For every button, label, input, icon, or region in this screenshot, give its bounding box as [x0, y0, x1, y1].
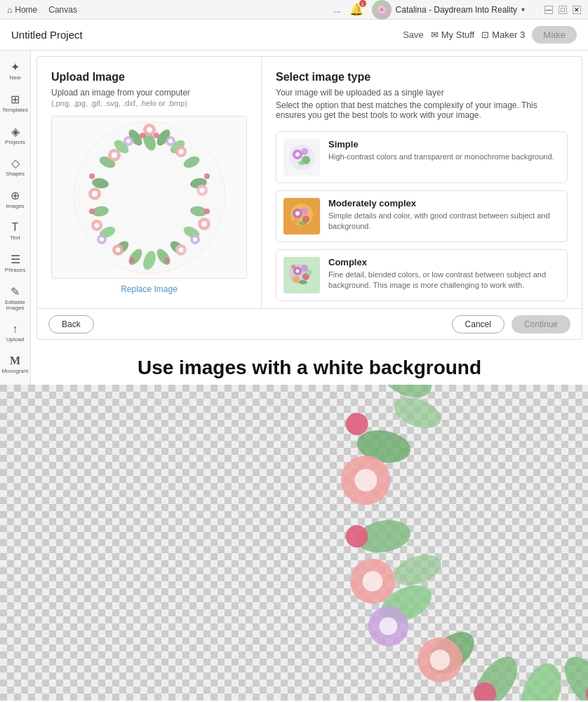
- svg-point-51: [129, 258, 135, 263]
- svg-point-76: [306, 270, 312, 275]
- window-maximize-button[interactable]: □: [559, 6, 567, 14]
- sidebar-item-text[interactable]: T Text: [1, 217, 29, 246]
- floral-wreath-image: [72, 120, 227, 274]
- svg-point-20: [112, 152, 117, 158]
- canvas-floral-svg: [0, 385, 588, 701]
- sidebar-item-new-label: New: [9, 75, 20, 81]
- home-label: Home: [15, 5, 37, 15]
- tip-text: Use images with a white background: [138, 357, 481, 378]
- sidebar: ✦ New ⊞ Templates ◈ Projects ◇ Shapes ⊕ …: [0, 51, 31, 385]
- upload-icon: ↑: [13, 323, 18, 336]
- notification-badge: 1: [359, 0, 366, 7]
- sidebar-item-images[interactable]: ⊕ Images: [1, 185, 29, 214]
- templates-icon: ⊞: [11, 93, 20, 106]
- sidebar-item-phrases[interactable]: ☰ Phrases: [1, 249, 29, 278]
- svg-point-54: [289, 145, 314, 170]
- svg-point-75: [299, 280, 307, 284]
- title-bar: Untitled Project Save ✉ My Stuff ⊡ Maker…: [0, 20, 588, 51]
- home-nav[interactable]: ⌂ Home: [7, 5, 37, 15]
- text-icon: T: [12, 221, 19, 234]
- option-thumb-moderate: [283, 198, 320, 234]
- svg-point-105: [363, 571, 383, 592]
- my-stuff-button[interactable]: ✉ My Stuff: [431, 29, 474, 40]
- window-minimize-button[interactable]: —: [544, 6, 553, 14]
- modal-panel: Upload Image Upload an image from your c…: [36, 56, 582, 340]
- svg-point-38: [126, 139, 131, 143]
- svg-point-63: [295, 211, 300, 216]
- svg-point-45: [140, 133, 145, 138]
- svg-point-64: [301, 207, 308, 214]
- svg-point-56: [295, 152, 300, 157]
- sidebar-item-images-label: Images: [6, 204, 24, 210]
- svg-point-47: [89, 173, 95, 179]
- sidebar-item-projects[interactable]: ◈ Projects: [1, 121, 29, 150]
- image-type-option-complex[interactable]: Complex Fine detail, blended colors, or …: [276, 249, 568, 301]
- image-type-option-simple[interactable]: Simple High-contrast colors and transpar…: [276, 131, 568, 183]
- upload-subtitle: Upload an image from your computer: [51, 88, 247, 98]
- editable-images-icon: ✎: [11, 285, 20, 298]
- upload-formats: (.png, .jpg, .gif, .svg, .dxf, .helo or …: [51, 99, 247, 107]
- modal-body: Upload Image Upload an image from your c…: [37, 57, 582, 308]
- option-name-complex: Complex: [328, 257, 560, 267]
- modal-footer: Back Cancel Continue: [37, 308, 582, 339]
- select-image-type-desc2: Select the option that best matches the …: [276, 100, 568, 120]
- option-name-simple: Simple: [328, 139, 554, 150]
- sidebar-item-shapes-label: Shapes: [6, 171, 25, 178]
- sidebar-item-templates[interactable]: ⊞ Templates: [1, 88, 29, 118]
- notification-bell[interactable]: 🔔 1: [349, 3, 363, 16]
- cancel-button[interactable]: Cancel: [452, 315, 505, 333]
- user-avatar[interactable]: 🌸: [372, 0, 392, 20]
- upload-title: Upload Image: [51, 71, 247, 84]
- avatar-icon: 🌸: [377, 5, 387, 14]
- svg-point-124: [346, 413, 368, 435]
- sidebar-item-monogram[interactable]: M Monogram: [1, 350, 29, 379]
- image-type-option-moderate[interactable]: Moderately complex Simple details and co…: [276, 190, 568, 242]
- monogram-icon: M: [10, 355, 20, 367]
- svg-point-44: [100, 237, 104, 241]
- svg-point-42: [193, 237, 197, 241]
- svg-point-94: [556, 649, 588, 701]
- sidebar-item-editable-images[interactable]: ✎ Editable Images: [1, 281, 29, 317]
- option-content-simple: Simple High-contrast colors and transpar…: [328, 139, 554, 162]
- sidebar-item-monogram-label: Monogram: [1, 369, 28, 375]
- svg-point-50: [204, 208, 210, 214]
- my-stuff-label: My Stuff: [441, 29, 474, 40]
- back-button[interactable]: Back: [48, 315, 94, 333]
- option-content-moderate: Moderately complex Simple details and co…: [328, 198, 560, 232]
- window-close-button[interactable]: ✕: [573, 6, 581, 14]
- main-layout: ✦ New ⊞ Templates ◈ Projects ◇ Shapes ⊕ …: [0, 51, 588, 385]
- svg-point-101: [354, 469, 377, 491]
- svg-point-130: [389, 392, 445, 434]
- sidebar-item-upload[interactable]: ↑ Upload: [1, 319, 29, 347]
- continue-button: Continue: [512, 315, 570, 333]
- canvas-nav[interactable]: Canvas: [48, 5, 77, 15]
- option-desc-complex: Fine detail, blended colors, or low cont…: [328, 270, 560, 291]
- tip-area: Use images with a white background: [31, 345, 588, 385]
- svg-point-52: [164, 258, 170, 263]
- sidebar-item-upload-label: Upload: [6, 337, 24, 343]
- image-preview-box: [51, 116, 247, 279]
- svg-point-24: [92, 191, 98, 197]
- sidebar-item-templates-label: Templates: [2, 107, 27, 114]
- option-desc-moderate: Simple details and color, with good cont…: [328, 211, 560, 232]
- maker-button[interactable]: ⊡ Maker 3: [481, 29, 525, 40]
- projects-icon: ◈: [11, 125, 20, 138]
- user-name[interactable]: Catalina - Daydream Into Reality: [396, 5, 517, 15]
- replace-image-link[interactable]: Replace Image: [51, 284, 247, 294]
- svg-point-57: [301, 148, 308, 155]
- maker-icon: ⊡: [481, 29, 489, 40]
- home-icon: ⌂: [7, 5, 12, 15]
- upload-panel: Upload Image Upload an image from your c…: [37, 57, 262, 308]
- svg-point-49: [89, 208, 95, 214]
- more-options-icon[interactable]: ...: [334, 5, 341, 15]
- canvas-area: [0, 385, 588, 701]
- option-name-moderate: Moderately complex: [328, 198, 560, 208]
- select-image-type-desc1: Your image will be uploaded as a single …: [276, 88, 568, 98]
- svg-point-59: [298, 161, 305, 165]
- sidebar-item-shapes[interactable]: ◇ Shapes: [1, 152, 29, 182]
- save-button[interactable]: Save: [403, 29, 424, 40]
- sidebar-item-new[interactable]: ✦ New: [1, 56, 29, 86]
- option-thumb-complex: [283, 257, 320, 293]
- svg-point-48: [204, 173, 210, 179]
- svg-point-34: [178, 248, 183, 253]
